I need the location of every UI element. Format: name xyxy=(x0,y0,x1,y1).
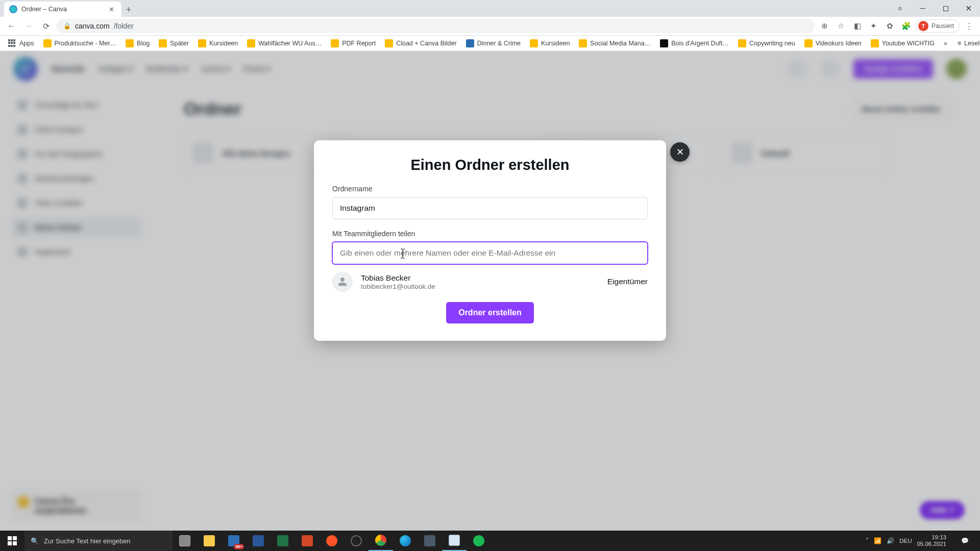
extensions-puzzle-icon[interactable]: 🧩 xyxy=(899,19,914,33)
tab-close-icon[interactable]: ✕ xyxy=(107,5,115,13)
browser-toolbar: ← → ⟳ 🔒 canva.com/folder ⊕ ☆ ◧ ✦ ✿ 🧩 T P… xyxy=(0,17,980,36)
kebab-menu-icon[interactable]: ⋮ xyxy=(962,19,976,33)
maximize-button[interactable] xyxy=(934,0,957,17)
member-name: Tobias Becker xyxy=(361,273,435,283)
lock-icon: 🔒 xyxy=(63,22,71,30)
tab-title: Ordner – Canva xyxy=(21,6,67,13)
app-icon[interactable] xyxy=(418,531,442,551)
file-explorer-icon[interactable] xyxy=(197,531,222,551)
toolbar-right: ⊕ ☆ ◧ ✦ ✿ 🧩 T Pausiert ⋮ xyxy=(818,19,976,33)
forward-button[interactable]: → xyxy=(21,19,36,33)
bookmark-item[interactable]: Youtube WICHTIG xyxy=(867,37,939,49)
window-controls: ✕ xyxy=(888,0,980,17)
bookmark-folder-icon xyxy=(530,39,538,47)
tray-language[interactable]: DEU xyxy=(899,538,912,544)
browser-tabstrip: Ordner – Canva ✕ + ✕ xyxy=(0,0,980,17)
windows-taskbar: 🔍 Zur Suche Text hier eingeben ˄ 📶 🔊 DEU… xyxy=(0,531,980,551)
profile-chip[interactable]: T Pausiert xyxy=(916,19,960,33)
url-host: canva.com xyxy=(75,22,110,30)
bookmark-item[interactable]: Kursideen xyxy=(526,37,574,49)
bookmark-folder-icon xyxy=(126,39,134,47)
taskbar-search-placeholder: Zur Suche Text hier eingeben xyxy=(44,537,131,545)
windows-logo-icon xyxy=(8,536,17,545)
extension-icon-2[interactable]: ✦ xyxy=(867,19,881,33)
modal-overlay[interactable]: Einen Ordner erstellen Ordnername Mit Te… xyxy=(0,51,980,531)
bookmark-item[interactable]: Wahlfächer WU Aus… xyxy=(243,37,326,49)
brave-icon[interactable] xyxy=(320,531,344,551)
bookmark-item[interactable]: Produktsuche - Mer… xyxy=(39,37,121,49)
system-tray: ˄ 📶 🔊 DEU 19:13 05.06.2021 💬 xyxy=(861,534,980,547)
tray-chevron-up-icon[interactable]: ˄ xyxy=(866,537,869,544)
spotify-icon[interactable] xyxy=(467,531,491,551)
bookmark-folder-icon xyxy=(331,39,339,47)
powerpoint-icon[interactable] xyxy=(295,531,320,551)
word-icon[interactable] xyxy=(246,531,271,551)
chrome-icon[interactable] xyxy=(369,531,393,551)
task-view-icon[interactable] xyxy=(173,531,197,551)
mail-icon[interactable] xyxy=(222,531,246,551)
start-button[interactable] xyxy=(0,531,24,551)
obs-icon[interactable] xyxy=(344,531,369,551)
tray-volume-icon[interactable]: 🔊 xyxy=(887,537,894,544)
edge-icon[interactable] xyxy=(393,531,418,551)
minimize-button[interactable] xyxy=(911,0,934,17)
profile-status: Pausiert xyxy=(932,22,954,30)
star-icon[interactable]: ☆ xyxy=(834,19,848,33)
share-input[interactable] xyxy=(332,242,648,264)
bookmark-item[interactable]: Blog xyxy=(121,37,154,49)
folder-name-label: Ordnername xyxy=(332,185,648,193)
bookmark-folder-icon xyxy=(804,39,813,47)
tab-favicon xyxy=(9,5,17,13)
account-dot-icon[interactable] xyxy=(888,0,911,17)
notepad-icon[interactable] xyxy=(442,531,467,551)
bookmark-folder-icon xyxy=(247,39,255,47)
close-icon: ✕ xyxy=(676,146,684,158)
apps-grid-icon xyxy=(8,39,16,47)
bookmark-item[interactable]: Social Media Mana… xyxy=(575,37,655,49)
modal-close-button[interactable]: ✕ xyxy=(670,142,690,162)
browser-tab[interactable]: Ordner – Canva ✕ xyxy=(4,2,121,17)
bookmarks-bar: Apps Produktsuche - Mer… Blog Später Kur… xyxy=(0,36,980,51)
bookmark-item[interactable]: Dinner & Crime xyxy=(462,37,525,49)
member-email: tobibecker1@outlook.de xyxy=(361,283,435,290)
bookmark-favicon xyxy=(660,39,668,47)
member-avatar xyxy=(332,271,353,292)
excel-icon[interactable] xyxy=(271,531,295,551)
new-tab-button[interactable]: + xyxy=(121,3,136,17)
extension-icon-3[interactable]: ✿ xyxy=(883,19,897,33)
profile-avatar: T xyxy=(918,21,928,31)
bookmark-item[interactable]: Videokurs Ideen xyxy=(800,37,866,49)
bookmark-item[interactable]: Copywriting neu xyxy=(734,37,799,49)
create-folder-submit-button[interactable]: Ordner erstellen xyxy=(446,302,534,323)
create-folder-modal: Einen Ordner erstellen Ordnername Mit Te… xyxy=(314,140,666,341)
close-window-button[interactable]: ✕ xyxy=(957,0,980,17)
bookmark-item[interactable]: PDF Report xyxy=(327,37,380,49)
zoom-icon[interactable]: ⊕ xyxy=(818,19,832,33)
taskbar-search[interactable]: 🔍 Zur Suche Text hier eingeben xyxy=(24,531,173,551)
back-button[interactable]: ← xyxy=(4,19,18,33)
bookmark-favicon xyxy=(466,39,474,47)
bookmark-folder-icon xyxy=(579,39,587,47)
reading-list-button[interactable]: ≡Leseliste xyxy=(953,38,980,49)
share-label: Mit Teammitgliedern teilen xyxy=(332,230,648,238)
bookmark-folder-icon xyxy=(385,39,393,47)
tray-clock[interactable]: 19:13 05.06.2021 xyxy=(917,534,949,547)
apps-button[interactable]: Apps xyxy=(4,37,38,49)
bookmark-item[interactable]: Später xyxy=(155,37,193,49)
extension-icon-1[interactable]: ◧ xyxy=(850,19,865,33)
search-icon: 🔍 xyxy=(31,537,39,545)
folder-name-input[interactable] xyxy=(332,197,648,219)
bookmark-item[interactable]: Kursideen xyxy=(194,37,242,49)
url-path: /folder xyxy=(114,22,134,30)
reload-button[interactable]: ⟳ xyxy=(39,19,53,33)
bookmark-overflow[interactable]: » xyxy=(940,38,951,49)
address-bar[interactable]: 🔒 canva.com/folder xyxy=(56,19,815,33)
bookmark-folder-icon xyxy=(738,39,746,47)
bookmark-item[interactable]: Bois d'Argent Duft… xyxy=(656,37,733,49)
bookmark-folder-icon xyxy=(871,39,879,47)
action-center-icon[interactable]: 💬 xyxy=(954,537,975,544)
tray-network-icon[interactable]: 📶 xyxy=(874,537,881,544)
bookmark-item[interactable]: Cload + Canva Bilder xyxy=(381,37,460,49)
bookmark-folder-icon xyxy=(198,39,206,47)
bookmark-folder-icon xyxy=(43,39,52,47)
